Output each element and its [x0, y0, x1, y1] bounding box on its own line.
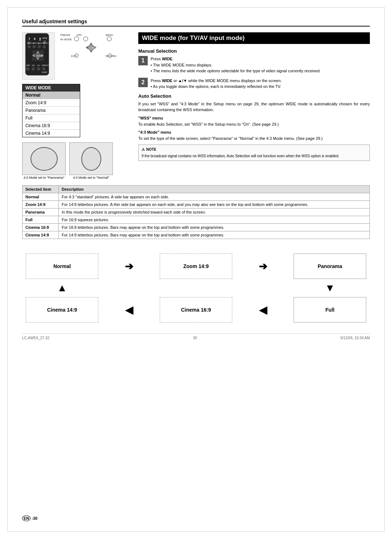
svg-text:7: 7 [28, 37, 30, 41]
normal-caption: 4:3 Mode set to "Normal" [69, 176, 113, 179]
wide-mode-item-panorama[interactable]: Panorama [23, 107, 80, 114]
svg-point-28 [37, 67, 40, 70]
svg-text:CH: CH [37, 65, 40, 66]
flow-arrow-right2: ➔ [257, 260, 269, 272]
step-1-text: Press WIDE. • The WIDE MODE menu display… [151, 56, 320, 74]
wss-menu-text: To enable Auto Selection, set "WSS" in t… [138, 121, 370, 127]
note-icon: ⚠ [142, 147, 145, 152]
svg-text:MPX: MPX [26, 65, 30, 66]
svg-point-26 [26, 67, 29, 70]
flow-arrow-up: ▲ [57, 282, 67, 294]
page-container: Useful adjustment settings 7 8 9 WIDE [7, 7, 385, 532]
flow-zoom149-col: Zoom 14:9 [160, 254, 232, 279]
remote-svg: 7 8 9 WIDE INPUT 1 INPUT 2 INPUT 3 INPUT… [23, 33, 55, 76]
mode43-title: "4:3 Mode" menu [138, 130, 370, 134]
flow-up-arrow-container: ▲ [26, 282, 98, 294]
right-column: WIDE mode (for TV/AV input mode) Manual … [138, 32, 370, 179]
panorama-image [22, 142, 66, 175]
panel-svg: FREEZE OPC MENU AV MODE ENTER [58, 32, 131, 76]
panorama-caption: 4:3 Mode set to "Panorama" [22, 176, 66, 179]
flow-box-normal: Normal [26, 254, 98, 279]
wide-mode-item-zoom149[interactable]: Zoom 14:9 [23, 99, 80, 107]
flow-arrow-down: ▼ [325, 282, 335, 294]
footer-center: 30 [193, 336, 197, 340]
svg-point-12 [32, 45, 36, 48]
page-num: -30 [32, 516, 37, 520]
flow-box-zoom149: Zoom 14:9 [160, 254, 232, 279]
flow-diagram-container: Normal ➔ Zoom 14:9 ➔ Panorama ▲ ▼ [22, 250, 370, 326]
wide-mode-item-cinema169[interactable]: Cinema 16:9 [23, 122, 80, 130]
description-table: Selected item Description NormalFor 4:3 … [22, 185, 370, 239]
table-row: PanoramaIn this mode the picture is prog… [23, 208, 370, 216]
table-cell-desc: For 16:9 squeeze pictures. [59, 216, 370, 224]
step-2-text: Press WIDE or ▲/▼ while the WIDE MODE me… [151, 78, 282, 90]
svg-text:MENU: MENU [106, 34, 113, 36]
flow-arrow-left2: ◀ [257, 304, 269, 316]
svg-text:8: 8 [34, 37, 36, 41]
svg-text:SLEEP: SLEEP [42, 72, 47, 73]
wide-mode-title: WIDE mode (for TV/AV input mode) [138, 32, 370, 44]
flow-box-full: Full [294, 297, 366, 323]
note-title: ⚠ NOTE [142, 147, 367, 152]
flow-normal-col: Normal [26, 254, 98, 279]
table-cell-item: Full [23, 216, 59, 224]
main-content: 7 8 9 WIDE INPUT 1 INPUT 2 INPUT 3 INPUT… [22, 32, 370, 179]
mode-image-normal: 4:3 Mode set to "Normal" [69, 142, 113, 179]
table-cell-item: Zoom 14:9 [23, 201, 59, 208]
manual-selection-title: Manual Selection [138, 48, 370, 54]
svg-point-14 [42, 45, 46, 48]
remote-area: 7 8 9 WIDE INPUT 1 INPUT 2 INPUT 3 INPUT… [22, 32, 131, 80]
flow-arrow-left1: ◀ [123, 304, 135, 316]
mode-image-panorama: 4:3 Mode set to "Panorama" [22, 142, 66, 179]
table-row: FullFor 16:9 squeeze pictures. [23, 216, 370, 224]
svg-point-13 [37, 45, 41, 48]
footer-left: LC-AW5X_27-32 [22, 336, 49, 340]
table-row: Cinema 14:9For 14:9 letterbox pictures. … [23, 231, 370, 239]
en-label: EN -30 [22, 516, 37, 520]
flow-down-arrow-container: ▼ [294, 282, 366, 294]
svg-text:AV MODE: AV MODE [60, 38, 72, 41]
step-1-block: 1 Press WIDE. • The WIDE MODE menu displ… [138, 56, 370, 74]
wide-mode-item-cinema149[interactable]: Cinema 14:9 [23, 130, 80, 137]
svg-point-37 [107, 37, 111, 41]
step-2-main: Press WIDE or ▲/▼ while the WIDE MODE me… [151, 78, 282, 84]
flow-panorama-col: Panorama [294, 254, 366, 279]
step-1-num: 1 [138, 56, 148, 65]
page-footer: LC-AW5X_27-32 30 9/12/06, 10:34 AM [22, 333, 370, 340]
flow-box-panorama: Panorama [294, 254, 366, 279]
flow-arrow-right1: ➔ [123, 260, 135, 272]
wide-mode-item-full[interactable]: Full [23, 114, 80, 122]
table-cell-desc: For 14:9 letterbox pictures. Bars may ap… [59, 231, 370, 239]
table-row: NormalFor 4:3 "standard" pictures. A sid… [23, 193, 370, 201]
svg-text:DISPLAY: DISPLAY [42, 65, 49, 66]
svg-text:WIDE: WIDE [42, 37, 48, 39]
note-label: NOTE [146, 147, 156, 152]
svg-text:VOL: VOL [32, 65, 36, 66]
svg-text:9: 9 [39, 37, 41, 41]
table-cell-desc: In this mode the picture is progressivel… [59, 208, 370, 216]
normal-circle [81, 147, 101, 171]
step-2-num: 2 [138, 78, 148, 87]
table-cell-desc: For 16:9 letterbox pictures. Bars may ap… [59, 224, 370, 231]
svg-point-29 [42, 67, 45, 70]
svg-text:EXIT: EXIT [71, 55, 77, 57]
flow-row-1: Normal ➔ Zoom 14:9 ➔ Panorama [26, 254, 366, 279]
step-1-main: Press WIDE. [151, 56, 320, 62]
flow-box-cinema169: Cinema 16:9 [160, 297, 232, 323]
svg-text:ENTER: ENTER [90, 47, 97, 49]
table-cell-desc: For 14:9 letterbox pictures. A thin side… [59, 201, 370, 208]
wide-mode-item-normal[interactable]: Normal [23, 92, 80, 99]
step-1-bullet1: • The WIDE MODE menu displays. [151, 62, 320, 68]
left-column: 7 8 9 WIDE INPUT 1 INPUT 2 INPUT 3 INPUT… [22, 32, 131, 179]
step-1-bullet2: • The menu lists the wide mode options s… [151, 68, 320, 74]
table-row: Zoom 14:9For 14:9 letterbox pictures. A … [23, 201, 370, 208]
normal-image [69, 142, 113, 175]
mode-images-area: 4:3 Mode set to "Panorama" 4:3 Mode set … [22, 142, 131, 179]
wide-mode-menu: WIDE MODE Normal Zoom 14:9 Panorama Full… [22, 84, 80, 137]
svg-text:INPUT 4: INPUT 4 [43, 42, 50, 44]
auto-selection-text: If you set "WSS" and "4:3 Mode" in the S… [138, 101, 370, 113]
table-header-selected: Selected item [23, 186, 59, 193]
table-cell-item: Cinema 14:9 [23, 231, 59, 239]
table-cell-item: Cinema 16:9 [23, 224, 59, 231]
table-cell-item: Panorama [23, 208, 59, 216]
